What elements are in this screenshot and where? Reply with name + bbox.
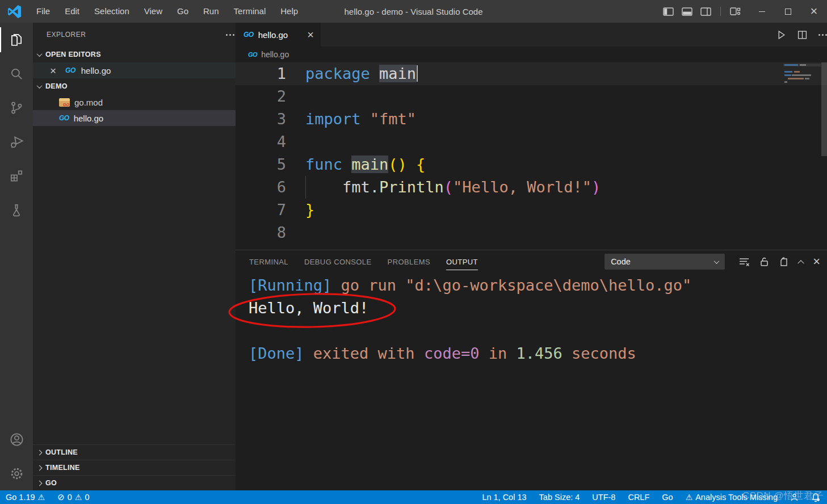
extensions-icon[interactable] [0, 159, 33, 193]
tab-close-icon[interactable] [307, 29, 314, 40]
menu-selection[interactable]: Selection [87, 0, 137, 23]
toggle-secondary-sidebar-icon[interactable] [700, 7, 711, 16]
tab-hello-go[interactable]: GO hello.go [236, 23, 321, 47]
status-problems[interactable]: 00 [57, 492, 89, 502]
status-cursor-position[interactable]: Ln 1, Col 13 [482, 493, 526, 502]
accounts-icon[interactable] [0, 422, 33, 456]
output-console[interactable]: [Running] go run "d:\go-workspace\demo\h… [236, 273, 827, 490]
code-editor[interactable]: 1 package main 2 3 import "fmt" 4 5 func… [236, 62, 827, 250]
chevron-down-icon [37, 83, 43, 89]
file-hello-go[interactable]: GO hello.go [33, 110, 236, 126]
notifications-bell-icon[interactable] [811, 493, 820, 502]
minimap[interactable] [784, 64, 820, 85]
code-line: 4 [236, 131, 827, 153]
output-line [249, 320, 827, 342]
breadcrumb[interactable]: GO hello.go [236, 47, 827, 62]
bottom-panel: TERMINAL DEBUG CONSOLE PROBLEMS OUTPUT C… [236, 250, 827, 490]
explorer-sidebar: EXPLORER OPEN EDITORS GO hello.go DEMO g… [33, 23, 236, 490]
vscode-logo-icon [7, 5, 22, 19]
code-line: 7 } [236, 199, 827, 221]
go-file-icon: GO [244, 31, 254, 39]
chevron-down-icon [37, 51, 43, 57]
customize-layout-icon[interactable] [730, 7, 741, 16]
code-line: 1 package main [236, 62, 827, 85]
maximize-panel-icon[interactable] [799, 259, 803, 264]
explorer-icon[interactable] [0, 23, 33, 57]
close-panel-icon[interactable] [813, 255, 820, 268]
split-editor-icon[interactable] [797, 30, 807, 40]
go-file-icon: GO [248, 51, 257, 58]
feedback-person-icon[interactable] [790, 493, 799, 502]
code-line: 2 [236, 85, 827, 108]
indent-guide [305, 176, 306, 199]
go-mod-package-icon [59, 98, 70, 107]
text-cursor [417, 65, 418, 82]
section-outline[interactable]: OUTLINE [33, 444, 236, 460]
code-line: 5 func main() { [236, 153, 827, 176]
search-icon[interactable] [0, 57, 33, 91]
status-language[interactable]: Go [662, 493, 673, 502]
status-analysis-tools[interactable]: Analysis Tools Missing [686, 493, 778, 502]
error-icon [57, 492, 65, 502]
section-timeline[interactable]: TIMELINE [33, 460, 236, 475]
section-open-editors[interactable]: OPEN EDITORS [33, 47, 236, 62]
output-line: [Done] exited with code=0 in 1.456 secon… [249, 342, 827, 365]
section-folder-demo[interactable]: DEMO [33, 78, 236, 94]
open-editor-hello-go[interactable]: GO hello.go [33, 62, 236, 78]
status-go-version[interactable]: Go 1.19 [6, 493, 45, 502]
run-file-icon[interactable] [776, 30, 786, 40]
output-line: [Running] go run "d:\go-workspace\demo\h… [249, 274, 827, 297]
maximize-button[interactable] [775, 0, 801, 23]
status-eol[interactable]: CRLF [628, 493, 649, 502]
menu-edit[interactable]: Edit [57, 0, 87, 23]
toggle-panel-icon[interactable] [682, 7, 692, 16]
close-button[interactable] [801, 0, 827, 23]
menu-run[interactable]: Run [196, 0, 226, 23]
minimize-button[interactable] [749, 0, 775, 23]
menu-file[interactable]: File [29, 0, 57, 23]
title-bar: File Edit Selection View Go Run Terminal… [0, 0, 827, 23]
warning-icon [75, 493, 82, 502]
tab-debug-console[interactable]: DEBUG CONSOLE [304, 250, 372, 273]
code-line: 6 fmt.Println("Hello, World!") [236, 176, 827, 199]
explorer-more-actions-icon[interactable] [226, 34, 228, 36]
chevron-right-icon [37, 480, 43, 486]
open-output-in-editor-icon[interactable] [779, 257, 789, 267]
status-tab-size[interactable]: Tab Size: 4 [539, 493, 580, 502]
status-bar: Go 1.19 00 Ln 1, Col 13 Tab Size: 4 UTF-… [0, 490, 827, 504]
explorer-title: EXPLORER [47, 31, 86, 39]
editor-scrollbar[interactable] [821, 62, 827, 156]
menu-view[interactable]: View [137, 0, 170, 23]
status-encoding[interactable]: UTF-8 [592, 493, 615, 502]
tab-problems[interactable]: PROBLEMS [388, 250, 430, 273]
file-go-mod[interactable]: go.mod [33, 94, 236, 110]
warning-icon [686, 493, 693, 502]
close-editor-icon[interactable] [50, 65, 56, 76]
vscode-window: File Edit Selection View Go Run Terminal… [0, 0, 827, 504]
settings-gear-icon[interactable] [0, 456, 33, 490]
menu-bar: File Edit Selection View Go Run Terminal… [29, 0, 305, 23]
output-line: Hello, World! [249, 297, 827, 320]
tab-terminal[interactable]: TERMINAL [249, 250, 288, 273]
section-go[interactable]: GO [33, 475, 236, 490]
chevron-right-icon [37, 450, 43, 455]
toggle-sidebar-icon[interactable] [663, 7, 674, 16]
chevron-down-icon [714, 258, 720, 264]
menu-go[interactable]: Go [170, 0, 196, 23]
lock-output-icon[interactable] [759, 257, 769, 267]
editor-more-actions-icon[interactable] [818, 34, 820, 36]
testing-icon[interactable] [0, 193, 33, 227]
titlebar-separator [720, 7, 721, 16]
tab-output[interactable]: OUTPUT [446, 250, 478, 273]
code-line: 8 [236, 221, 827, 244]
menu-terminal[interactable]: Terminal [226, 0, 274, 23]
chevron-right-icon [37, 465, 43, 471]
go-file-icon: GO [65, 66, 75, 74]
run-debug-icon[interactable] [0, 125, 33, 159]
code-line: 3 import "fmt" [236, 108, 827, 131]
output-channel-select[interactable]: Code [604, 254, 725, 270]
menu-help[interactable]: Help [273, 0, 305, 23]
clear-output-icon[interactable] [739, 257, 750, 267]
warning-icon [38, 493, 45, 502]
source-control-icon[interactable] [0, 91, 33, 125]
